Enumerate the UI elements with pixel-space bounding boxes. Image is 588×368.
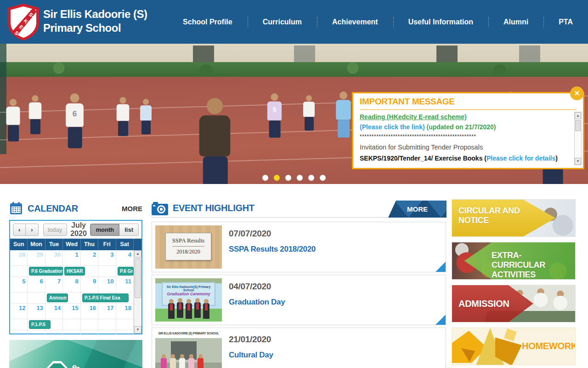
nav-achievement[interactable]: Achievement	[317, 0, 393, 44]
carousel-dot-2-active[interactable]	[274, 175, 280, 181]
calendar-section: CALENDAR MORE ‹› today July 2020 monthli…	[9, 199, 142, 368]
enotice-label: e-NOTICE/CIRCULAR	[72, 362, 142, 368]
separator-stars: ****************************************…	[360, 133, 567, 140]
scroll-down-icon[interactable]: ▼	[575, 158, 581, 165]
event-title-link[interactable]: SSPA Results 2018/2020	[229, 245, 316, 254]
hero-runner	[199, 98, 231, 184]
carousel-dot-3[interactable]	[285, 175, 291, 181]
event-highlight-header: EVENT HIGHLIGHT MORE	[152, 199, 446, 218]
calendar-scrollbar-thumb[interactable]	[135, 259, 141, 298]
day-cell[interactable]: 8	[63, 277, 80, 292]
main-nav: School Profile Curriculum Achievement Us…	[168, 0, 588, 44]
nav-curriculum[interactable]: Curriculum	[248, 0, 317, 44]
calendar-scroll-down-icon[interactable]: ▼	[134, 326, 141, 334]
event-badge[interactable]: HKSAR	[64, 267, 85, 276]
hero-figure	[336, 92, 351, 138]
exclamation-icon: !	[47, 361, 68, 368]
event-badge[interactable]: P.1-P.5 Final Exa	[82, 293, 129, 302]
hero-figure: 6	[66, 93, 84, 148]
event-image-cultural[interactable]: SIR ELLIS KADOORIE (S) PRIMARY SCHOOL	[155, 331, 222, 368]
day-cell[interactable]: 10	[98, 277, 116, 292]
updated-date-text: (updated on 21/7/2020)	[425, 123, 496, 131]
day-cell[interactable]: 7	[45, 277, 63, 292]
day-cell[interactable]: 9	[81, 277, 98, 292]
calendar-prev-button[interactable]: ‹	[13, 224, 26, 236]
event-badge[interactable]: P.6 Graduation I	[29, 267, 63, 276]
calendar-month-view-button[interactable]: month	[90, 224, 119, 236]
carousel-dot-4[interactable]	[297, 175, 303, 181]
calendar-next-button[interactable]: ›	[26, 224, 38, 236]
banner-circular-and-notice[interactable]: CIRCULAR AND NOTICE	[452, 199, 576, 237]
hero-hedge	[0, 62, 588, 77]
event-date: 04/07/2020	[229, 282, 285, 292]
site-header: S· K· E· S· Sir Ellis Kadoorie (S) Prima…	[0, 0, 588, 44]
day-cell[interactable]: 30	[45, 250, 63, 265]
nav-pta[interactable]: PTA	[543, 0, 588, 44]
calendar-scroll-up-icon[interactable]: ▲	[134, 250, 141, 258]
school-logo[interactable]: S· K· E· S·	[6, 3, 40, 41]
calendar-widget: ‹› today July 2020 monthlist Sun Mon Tue…	[9, 220, 142, 334]
scrollbar-thumb[interactable]	[575, 120, 581, 131]
carousel-dot-6[interactable]	[320, 175, 326, 181]
calendar-list-view-button[interactable]: list	[119, 224, 139, 236]
nav-alumni[interactable]: Alumni	[488, 0, 543, 44]
calendar-today-button[interactable]: today	[43, 224, 67, 236]
hero-figure	[117, 97, 130, 136]
nav-useful-information[interactable]: Useful Information	[393, 0, 488, 44]
day-cell[interactable]: 6	[28, 277, 45, 292]
close-icon[interactable]: ✕	[570, 86, 584, 100]
calendar-scrollbar[interactable]: ▲ ▼	[134, 250, 141, 334]
day-cell[interactable]: 14	[45, 304, 63, 319]
carousel-dot-1[interactable]	[262, 175, 268, 181]
day-cell[interactable]: 28	[10, 250, 28, 265]
day-cell[interactable]: 29	[28, 250, 45, 265]
event-title-link[interactable]: Cultural Day	[229, 351, 273, 360]
banner-admission[interactable]: ADMISSION	[452, 285, 576, 322]
calendar-more-link[interactable]: MORE	[122, 205, 142, 213]
carousel-dot-5[interactable]	[308, 175, 314, 181]
tender-invitation-text: Invitation for Submitting Tender Proposa…	[360, 144, 567, 151]
nav-school-profile[interactable]: School Profile	[168, 0, 248, 44]
calendar-week-2-events: Announ P.1-P.5 Final Exa	[10, 293, 134, 304]
event-badge[interactable]: P.1-P.5	[29, 320, 51, 329]
page: S· K· E· S· Sir Ellis Kadoorie (S) Prima…	[0, 0, 588, 368]
event-highlight-section: EVENT HIGHLIGHT MORE SSPA Results 2018/2…	[152, 199, 446, 368]
scroll-up-icon[interactable]: ▲	[575, 112, 581, 119]
hero-carousel: 6 5 4 3 6 ✕ IMPORTANT MESSAGE Reading (H…	[0, 44, 588, 184]
please-click-link[interactable]: (Please click the link)	[360, 123, 425, 131]
day-cell[interactable]: 13	[28, 304, 45, 319]
event-highlight-more-link[interactable]: MORE	[388, 201, 447, 218]
banner-homework[interactable]: HOMEWORK	[452, 328, 576, 365]
day-cell[interactable]: 12	[10, 304, 28, 319]
event-badge[interactable]: P.6 Gra	[118, 267, 134, 276]
event-card-cultural[interactable]: SIR ELLIS KADOORIE (S) PRIMARY SCHOOL 21…	[152, 328, 446, 368]
event-highlight-heading: EVENT HIGHLIGHT	[173, 203, 254, 213]
calendar-week-3-events: P.1-P.5	[10, 319, 134, 330]
enotice-banner[interactable]: ! e-NOTICE/CIRCULAR	[9, 340, 142, 368]
day-cell[interactable]: 1	[63, 250, 80, 265]
corner-fold-icon	[435, 262, 446, 272]
event-badge[interactable]: Announ	[47, 293, 68, 302]
banner-extra-curricular-activities[interactable]: EXTRA-CURRICULAR ACTIVITIES	[452, 242, 576, 280]
corner-fold-icon	[435, 315, 446, 325]
event-image-sspa[interactable]: SSPA Results 2018/2020	[155, 225, 222, 269]
event-card-sspa[interactable]: SSPA Results 2018/2020 07/07/2020 SSPA R…	[152, 222, 446, 272]
calendar-toolbar: ‹› today July 2020 monthlist	[10, 221, 141, 238]
event-title-link[interactable]: Graduation Day	[229, 298, 285, 307]
calendar-week-4-partial	[10, 330, 134, 335]
eread-scheme-link[interactable]: Reading (HKedcity E-read scheme)	[360, 113, 467, 121]
event-card-graduation[interactable]: Sir Ellis Kadoorie(S) Primary School Gra…	[152, 275, 446, 325]
event-image-graduation[interactable]: Sir Ellis Kadoorie(S) Primary School Gra…	[155, 278, 222, 322]
day-cell[interactable]: 18	[116, 304, 134, 319]
day-cell[interactable]: 3	[98, 250, 116, 265]
tender-details-link[interactable]: Please click for details	[486, 155, 555, 162]
day-cell[interactable]: 5	[10, 277, 28, 292]
day-cell[interactable]: 17	[98, 304, 116, 319]
school-name-line1: Sir Ellis Kadoorie (S)	[43, 7, 147, 21]
message-scrollbar[interactable]: ▲ ▼	[574, 112, 582, 165]
day-cell[interactable]: 2	[81, 250, 98, 265]
day-cell[interactable]: 4	[116, 250, 134, 265]
day-cell[interactable]: 15	[63, 304, 80, 319]
day-cell[interactable]: 11	[116, 277, 134, 292]
day-cell[interactable]: 16	[81, 304, 98, 319]
